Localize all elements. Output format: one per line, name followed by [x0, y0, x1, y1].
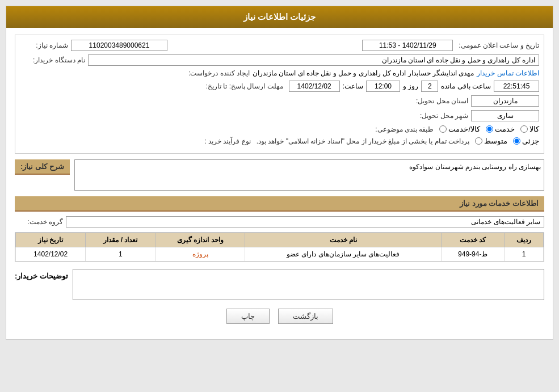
- radio-kala-khedmat[interactable]: کالا/خدمت: [439, 125, 480, 133]
- page-header: جزئیات اطلاعات نیاز: [6, 6, 553, 28]
- tarikh-value: 1402/11/29 - 11:53: [362, 40, 453, 51]
- ijad-konande-label: ایجاد کننده درخواست:: [176, 69, 250, 77]
- col-tarikh: تاریخ نیاز: [16, 233, 86, 247]
- radio-kala-khedmat-label: کالا/خدمت: [448, 125, 480, 133]
- shomara-niaz-value: 1102003489000621: [71, 40, 167, 51]
- tosihaat-textarea[interactable]: [73, 269, 544, 300]
- radio-khedmat[interactable]: خدمت: [486, 125, 515, 133]
- col-kod: کد خدمت: [442, 233, 505, 247]
- nooe-farayand-label: نوع فرآیند خرید :: [194, 137, 251, 145]
- cell-nam: فعالیت‌های سایر سازمان‌های دارای عضو: [245, 247, 442, 262]
- radio-kala-label: کالا: [529, 125, 539, 133]
- ostan-value: مازندران: [471, 95, 539, 107]
- roz-label: روز و: [403, 82, 418, 90]
- action-buttons: بازگشت چاپ: [15, 309, 544, 332]
- time-remain-value: 22:51:45: [494, 81, 539, 92]
- roz-value: 2: [421, 81, 438, 92]
- radio-mootavaset[interactable]: متوسط: [475, 137, 507, 145]
- radio-mootavaset-label: متوسط: [484, 137, 507, 145]
- cell-tarikh: 1402/12/02: [16, 247, 86, 262]
- ostan-label: استان محل تحویل:: [411, 97, 468, 105]
- nam-dastgah-label: نام دستگاه خریدار:: [23, 56, 85, 64]
- shomara-niaz-label: شماره نیاز:: [23, 41, 68, 49]
- col-tedad: تعداد / مقدار: [86, 233, 155, 247]
- mohlat-label: مهلت ارسال پاسخ: تا تاریخ:: [198, 82, 283, 90]
- cell-tedad: 1: [86, 247, 155, 262]
- print-button[interactable]: چاپ: [226, 309, 270, 324]
- services-table: ردیف کد خدمت نام خدمت واحد اندازه گیری ت…: [15, 233, 544, 262]
- farayand-note: پرداخت تمام یا بخشی از مبلغ خریدار از مح…: [257, 137, 469, 145]
- basic-info-section: تاریخ و ساعت اعلان عمومی: 1402/11/29 - 1…: [15, 35, 544, 154]
- tosihaat-label: توضیحات خریدار:: [15, 269, 68, 283]
- khedamat-section-title: اطلاعات خدمات مورد نیاز: [15, 196, 544, 212]
- page-title: جزئیات اطلاعات نیاز: [243, 12, 316, 22]
- cell-kod: ط-94-949: [442, 247, 505, 262]
- col-vahed: واحد اندازه گیری: [155, 233, 245, 247]
- goroh-khedmat-label: گروه خدمت:: [18, 218, 63, 226]
- services-table-container: ردیف کد خدمت نام خدمت واحد اندازه گیری ت…: [15, 232, 544, 262]
- tabaqeh-label: طبقه بندی موضوعی:: [371, 125, 434, 133]
- sharh-label: شرح کلی نیاز:: [15, 159, 70, 175]
- back-button[interactable]: بازگشت: [278, 309, 333, 324]
- table-row: 1 ط-94-949 فعالیت‌های سایر سازمان‌های دا…: [16, 247, 544, 262]
- tabaqeh-radio-group: کالا/خدمت خدمت کالا: [439, 125, 539, 133]
- tarikh-label: تاریخ و ساعت اعلان عمومی:: [459, 41, 539, 49]
- cell-vahed: پروژه: [155, 247, 245, 262]
- shahr-label: شهر محل تحویل:: [411, 112, 468, 120]
- sharh-value: بهسازی راه روستایی بندرم شهرستان سوادکوه: [409, 163, 541, 171]
- goroh-khedmat-value: سایر فعالیت‌های خدماتی: [66, 216, 544, 227]
- tamas-link[interactable]: اطلاعات تماس خریدار: [477, 69, 539, 77]
- nam-dastgah-value: اداره کل راهداری و حمل و نقل جاده ای است…: [88, 54, 539, 66]
- saat-mande-label: ساعت باقی مانده: [441, 82, 491, 90]
- farayand-radio-group: پرداخت تمام یا بخشی از مبلغ خریدار از مح…: [257, 137, 539, 145]
- radio-jozee[interactable]: جزئی: [513, 137, 539, 145]
- page-container: جزئیات اطلاعات نیاز تاریخ و ساعت اعلان ع…: [6, 6, 553, 340]
- col-radif: ردیف: [505, 233, 544, 247]
- mohlat-date-value: 1402/12/02: [289, 81, 340, 92]
- sharh-value-box: بهسازی راه روستایی بندرم شهرستان سوادکوه: [74, 159, 544, 191]
- shahr-value: ساری: [471, 110, 539, 121]
- saat-label: ساعت:: [343, 82, 363, 90]
- time-value: 12:00: [366, 81, 400, 92]
- radio-kala[interactable]: کالا: [520, 125, 539, 133]
- cell-radif: 1: [505, 247, 544, 262]
- ijad-konande-name: مهدی اندایشگر حسابدار اداره کل راهداری و…: [253, 69, 474, 77]
- radio-jozee-label: جزئی: [522, 137, 539, 145]
- content-area: تاریخ و ساعت اعلان عمومی: 1402/11/29 - 1…: [6, 28, 553, 339]
- radio-khedmat-label: خدمت: [495, 125, 515, 133]
- col-nam: نام خدمت: [245, 233, 442, 247]
